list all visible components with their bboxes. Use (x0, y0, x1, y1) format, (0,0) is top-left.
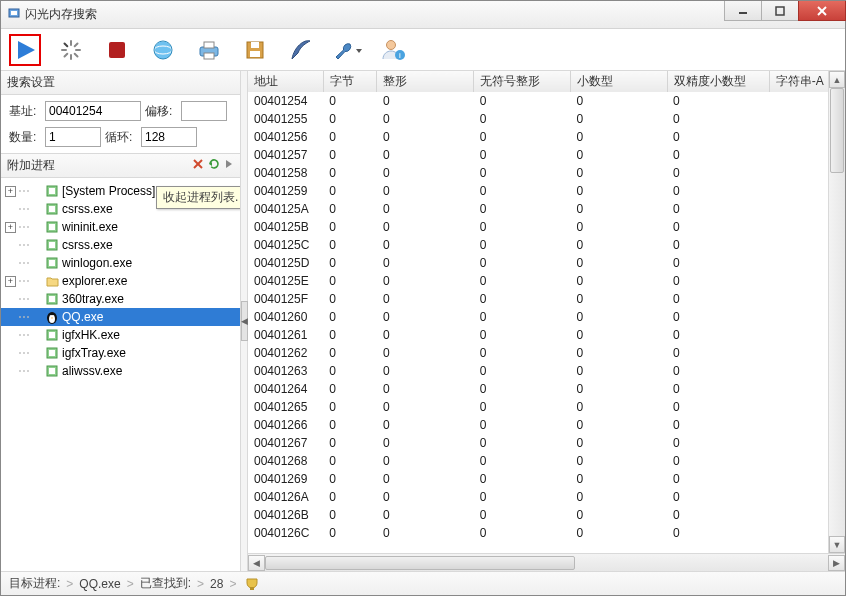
table-row[interactable]: 0040125A00000 (248, 200, 845, 218)
table-row[interactable]: 0040125400000 (248, 92, 845, 110)
process-row[interactable]: ⋯QQ.exe (1, 308, 240, 326)
table-row[interactable]: 0040126600000 (248, 416, 845, 434)
scroll-up-button[interactable]: ▲ (829, 71, 845, 88)
cell-d: 0 (667, 290, 769, 308)
table-row[interactable]: 0040125B00000 (248, 218, 845, 236)
table-row[interactable]: 0040126A00000 (248, 488, 845, 506)
table-row[interactable]: 0040126000000 (248, 308, 845, 326)
scroll-thumb-vertical[interactable] (830, 88, 844, 173)
tree-expand-toggle[interactable]: + (5, 276, 16, 287)
status-sep-2: > (127, 577, 134, 591)
process-row[interactable]: +⋯wininit.exe (1, 218, 240, 236)
horizontal-scrollbar[interactable]: ◀ ▶ (248, 553, 845, 571)
cell-addr: 00401265 (248, 398, 323, 416)
process-row[interactable]: ⋯igfxHK.exe (1, 326, 240, 344)
spinner-icon[interactable] (55, 34, 87, 66)
results-grid[interactable]: 地址字节整形无符号整形小数型双精度小数型字符串-A 00401254000000… (248, 71, 845, 542)
scroll-right-button[interactable]: ▶ (828, 555, 845, 571)
cell-i: 0 (377, 488, 474, 506)
table-row[interactable]: 0040126900000 (248, 470, 845, 488)
scroll-down-button[interactable]: ▼ (829, 536, 845, 553)
table-row[interactable]: 0040125D00000 (248, 254, 845, 272)
tree-toggle-placeholder (5, 240, 16, 251)
column-header[interactable]: 无符号整形 (474, 71, 571, 92)
save-button[interactable] (239, 34, 271, 66)
tree-connector: ⋯ (18, 364, 30, 378)
user-help-button[interactable]: i (377, 34, 409, 66)
process-row[interactable]: ⋯aliwssv.exe (1, 362, 240, 380)
table-row[interactable]: 0040126100000 (248, 326, 845, 344)
collapse-process-icon[interactable] (224, 158, 234, 173)
table-row[interactable]: 0040125E00000 (248, 272, 845, 290)
table-row[interactable]: 0040125F00000 (248, 290, 845, 308)
table-row[interactable]: 0040125700000 (248, 146, 845, 164)
table-row[interactable]: 0040125900000 (248, 182, 845, 200)
svg-line-12 (75, 53, 78, 56)
scroll-thumb-horizontal[interactable] (265, 556, 575, 570)
refresh-process-icon[interactable] (208, 158, 220, 173)
cell-f: 0 (570, 182, 667, 200)
table-row[interactable]: 0040126800000 (248, 452, 845, 470)
minimize-button[interactable] (724, 1, 762, 21)
cell-u: 0 (474, 218, 571, 236)
remove-process-icon[interactable] (192, 158, 204, 173)
vertical-scrollbar[interactable]: ▲ ▼ (828, 71, 845, 553)
process-row[interactable]: ⋯igfxTray.exe (1, 344, 240, 362)
loop-input[interactable] (141, 127, 197, 147)
column-header[interactable]: 小数型 (570, 71, 667, 92)
table-row[interactable]: 0040126300000 (248, 362, 845, 380)
stop-button[interactable] (101, 34, 133, 66)
cell-u: 0 (474, 524, 571, 542)
svg-rect-21 (204, 53, 214, 59)
splitter-handle[interactable]: ◀ (241, 71, 248, 571)
cell-d: 0 (667, 470, 769, 488)
process-tree[interactable]: 收起进程列表. +⋯[System Process]⋯csrss.exe+⋯wi… (1, 178, 240, 571)
cell-f: 0 (570, 506, 667, 524)
wrench-dropdown-button[interactable] (331, 34, 363, 66)
process-row[interactable]: ⋯csrss.exe (1, 236, 240, 254)
table-row[interactable]: 0040125800000 (248, 164, 845, 182)
feather-button[interactable] (285, 34, 317, 66)
process-row[interactable]: ⋯360tray.exe (1, 290, 240, 308)
globe-button[interactable] (147, 34, 179, 66)
scroll-left-button[interactable]: ◀ (248, 555, 265, 571)
cell-u: 0 (474, 182, 571, 200)
cell-u: 0 (474, 470, 571, 488)
printer-button[interactable] (193, 34, 225, 66)
cell-b: 0 (323, 218, 377, 236)
maximize-button[interactable] (761, 1, 799, 21)
play-button[interactable] (9, 34, 41, 66)
offset-input[interactable] (181, 101, 227, 121)
column-header[interactable]: 双精度小数型 (667, 71, 769, 92)
svg-rect-56 (250, 587, 254, 590)
tree-expand-toggle[interactable]: + (5, 222, 16, 233)
splitter-collapse-arrow[interactable]: ◀ (241, 301, 248, 341)
cell-d: 0 (667, 272, 769, 290)
cell-u: 0 (474, 398, 571, 416)
square-icon (45, 238, 59, 252)
process-row[interactable]: ⋯winlogon.exe (1, 254, 240, 272)
process-row[interactable]: +⋯explorer.exe (1, 272, 240, 290)
table-row[interactable]: 0040125600000 (248, 128, 845, 146)
table-row[interactable]: 0040125500000 (248, 110, 845, 128)
cell-b: 0 (323, 344, 377, 362)
status-sep-3: > (197, 577, 204, 591)
table-row[interactable]: 0040126700000 (248, 434, 845, 452)
table-row[interactable]: 0040126C00000 (248, 524, 845, 542)
column-header[interactable]: 地址 (248, 71, 323, 92)
tree-expand-toggle[interactable]: + (5, 186, 16, 197)
process-label: 360tray.exe (62, 292, 124, 306)
column-header[interactable]: 字节 (323, 71, 377, 92)
base-input[interactable] (45, 101, 141, 121)
table-row[interactable]: 0040126200000 (248, 344, 845, 362)
cell-f: 0 (570, 110, 667, 128)
cell-d: 0 (667, 218, 769, 236)
table-row[interactable]: 0040126400000 (248, 380, 845, 398)
cell-f: 0 (570, 380, 667, 398)
table-row[interactable]: 0040126B00000 (248, 506, 845, 524)
qty-input[interactable] (45, 127, 101, 147)
table-row[interactable]: 0040126500000 (248, 398, 845, 416)
column-header[interactable]: 整形 (377, 71, 474, 92)
close-button[interactable] (798, 1, 846, 21)
table-row[interactable]: 0040125C00000 (248, 236, 845, 254)
